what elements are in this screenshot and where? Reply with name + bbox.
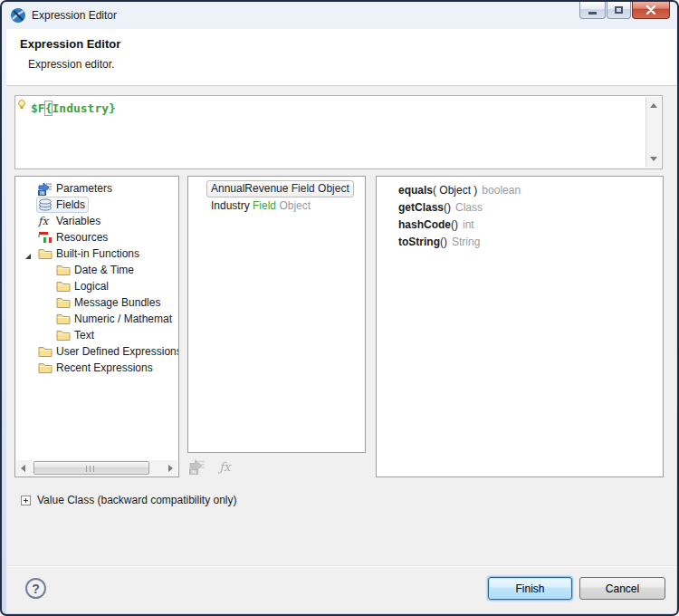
tree-item-date-time[interactable]: Date & Time <box>15 262 178 278</box>
expression-editor-window: Expression Editor <box>0 0 679 616</box>
add-function-icon-disabled: ƒx <box>218 458 234 475</box>
grip-icon <box>86 466 96 472</box>
method-signature: () <box>444 201 451 214</box>
folder-icon <box>56 295 71 310</box>
tree-item-user-defined-expressions[interactable]: User Defined Expressions <box>15 343 178 360</box>
tree-item-label: Message Bundles <box>74 296 160 309</box>
svg-text:IN: IN <box>40 190 44 196</box>
tree-item-label: User Defined Expressions <box>56 345 179 358</box>
list-item-industry[interactable]: Industry Field Object <box>206 197 315 215</box>
folder-icon <box>56 263 71 277</box>
method-name: equals <box>398 184 433 197</box>
dialog-header: Expression Editor Expression editor. <box>6 29 676 86</box>
tree-item-label: Recent Expressions <box>56 361 153 374</box>
method-name: hashCode <box>398 218 451 231</box>
method-signature: () <box>451 218 458 231</box>
tree-item-label: Text <box>74 329 94 342</box>
scroll-down-icon[interactable] <box>650 157 657 161</box>
tree-item-resources[interactable]: Resources <box>15 229 178 245</box>
tree-item-parameters[interactable]: IN Parameters <box>15 180 178 197</box>
expression-scrollbar[interactable] <box>646 97 661 168</box>
folder-icon <box>56 279 71 294</box>
object-type: Field <box>292 182 315 195</box>
minimize-button[interactable] <box>579 2 606 19</box>
function-fx-icon: ƒx <box>38 214 53 228</box>
scroll-up-icon[interactable] <box>650 103 657 108</box>
tree-item-text[interactable]: Text <box>15 327 178 343</box>
window-frame: Expression Editor <box>2 2 677 614</box>
method-name: toString <box>398 236 440 248</box>
expression-close-brace: } <box>109 101 116 115</box>
help-icon: ? <box>32 582 40 596</box>
minimize-icon <box>588 12 597 14</box>
cancel-button[interactable]: Cancel <box>579 577 665 600</box>
tree-item-label: Parameters <box>56 182 112 195</box>
method-item-tostring[interactable]: toString()String <box>398 233 480 250</box>
scroll-left-icon[interactable] <box>21 465 25 472</box>
dialog-content: Expression Editor Expression editor. $F{… <box>6 29 676 613</box>
tree-item-variables[interactable]: ƒx Variables <box>15 213 178 229</box>
folder-icon <box>38 246 53 261</box>
tree-item-message-bundles[interactable]: Message Bundles <box>15 294 178 311</box>
tree-item-label: Variables <box>56 215 100 227</box>
close-button[interactable] <box>632 2 670 19</box>
parameters-icon: IN <box>38 181 53 196</box>
method-list: equals( Object )boolean getClass()Class … <box>376 176 664 477</box>
object-class: Object <box>318 182 349 195</box>
svg-text:ƒx: ƒx <box>38 215 49 227</box>
object-type: Field <box>253 199 276 212</box>
expander-expanded-icon[interactable] <box>24 250 32 263</box>
tree-item-recent-expressions[interactable]: Recent Expressions <box>15 360 178 376</box>
svg-text:IN: IN <box>191 469 196 475</box>
window-title: Expression Editor <box>32 9 117 22</box>
method-signature: ( Object ) <box>433 184 477 197</box>
method-return-type: Class <box>455 201 483 214</box>
expand-plus-icon[interactable] <box>21 496 31 505</box>
method-return-type: int <box>463 218 474 231</box>
tree-item-label: Built-in Functions <box>56 247 139 260</box>
titlebar[interactable]: Expression Editor <box>2 2 677 29</box>
dialog-title: Expression Editor <box>20 37 120 51</box>
category-tree: IN Parameters Fields <box>14 176 179 477</box>
folder-icon <box>38 361 53 375</box>
finish-button[interactable]: Finish <box>488 577 572 600</box>
object-class: Object <box>279 199 311 212</box>
method-return-type: String <box>452 236 480 248</box>
folder-icon <box>38 344 53 359</box>
folder-icon <box>56 328 71 342</box>
close-icon <box>646 5 656 14</box>
value-class-label: Value Class (backward compatibility only… <box>37 494 237 506</box>
expression-text: $F{Industry} <box>31 101 116 115</box>
tree-item-built-in-functions[interactable]: Built-in Functions <box>15 245 178 262</box>
tree-item-label: Fields <box>56 198 85 211</box>
expression-input[interactable]: $F{Industry} <box>14 95 663 169</box>
object-list-toolbar: IN ƒx <box>189 458 234 475</box>
tree-item-logical[interactable]: Logical <box>15 278 178 294</box>
tree-item-numeric-mathematical[interactable]: Numeric / Mathemat <box>15 311 178 327</box>
tree-item-fields[interactable]: Fields <box>15 197 178 213</box>
add-parameter-icon-disabled: IN <box>189 458 206 475</box>
dialog-subtitle: Expression editor. <box>28 58 114 71</box>
list-item-annualrevenue[interactable]: AnnualRevenue Field Object <box>206 180 354 197</box>
expression-identifier: Industry <box>52 101 109 115</box>
button-bar: ? Finish Cancel <box>6 565 676 613</box>
maximize-icon <box>615 6 623 14</box>
fields-icon <box>38 197 53 212</box>
help-button[interactable]: ? <box>25 578 46 599</box>
method-item-hashcode[interactable]: hashCode()int <box>398 216 474 233</box>
value-class-expander[interactable]: Value Class (backward compatibility only… <box>21 494 237 506</box>
method-item-equals[interactable]: equals( Object )boolean <box>398 181 521 198</box>
resources-icon <box>38 230 53 245</box>
method-item-getclass[interactable]: getClass()Class <box>398 198 483 216</box>
method-name: getClass <box>398 201 444 214</box>
lightbulb-icon <box>16 98 27 114</box>
object-list: AnnualRevenue Field Object Industry Fiel… <box>187 176 366 453</box>
maximize-button[interactable] <box>607 2 631 19</box>
method-return-type: boolean <box>482 184 521 197</box>
tree-horizontal-scrollbar[interactable] <box>16 460 177 476</box>
svg-text:ƒx: ƒx <box>218 459 232 474</box>
tree-item-label: Numeric / Mathemat <box>74 313 172 325</box>
scrollbar-thumb[interactable] <box>33 461 149 475</box>
scroll-right-icon[interactable] <box>168 465 173 472</box>
tree-item-label: Resources <box>56 231 108 244</box>
